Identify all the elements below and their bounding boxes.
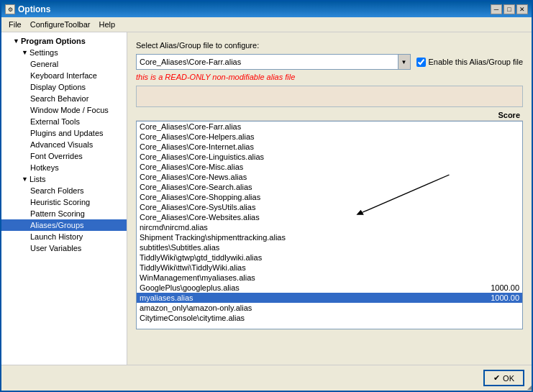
menu-configure-toolbar[interactable]: ConfigureToolbar [26, 19, 95, 30]
sidebar-item-lists[interactable]: ▼ Lists [1, 173, 127, 185]
resize-handle[interactable]: ◢ [523, 382, 532, 391]
content-area: ▼ Program Options ▼ Settings General Key… [1, 32, 532, 365]
sidebar-item-pattern-scoring[interactable]: Pattern Scoring [1, 208, 127, 219]
alias-list: Core_Aliases\Core-Farr.aliasCore_Aliases… [137, 122, 522, 323]
ok-label: OK [503, 374, 514, 383]
list-item[interactable]: myaliases.alias1000.00 [137, 293, 522, 303]
options-dialog: ⚙ Options ─ □ ✕ File ConfigureToolbar He… [0, 0, 533, 392]
expand-icon: ▼ [13, 37, 19, 45]
list-item[interactable]: TiddlyWiki\gtwp\gtd_tiddlywiki.alias [137, 252, 522, 263]
list-item[interactable]: subtitles\Subtitles.alias [137, 242, 522, 252]
close-button[interactable]: ✕ [516, 4, 528, 14]
sidebar-item-window-mode-focus[interactable]: Window Mode / Focus [1, 104, 127, 116]
minimize-button[interactable]: ─ [491, 4, 502, 14]
expand-icon-settings: ▼ [22, 49, 28, 56]
sidebar-item-display-options[interactable]: Display Options [1, 81, 127, 93]
list-item[interactable]: Core_Aliases\Core-Misc.alias [137, 162, 522, 172]
list-item[interactable]: Core_Aliases\Core-Linguistics.alias [137, 152, 522, 162]
list-item[interactable]: Core_Aliases\Core-Helpers.alias [137, 132, 522, 142]
list-item[interactable]: amazon_only\amazon-only.alias [137, 303, 522, 313]
alias-dropdown-wrapper: Core_Aliases\Core-Farr.aliasCore_Aliases… [136, 54, 411, 70]
ok-button[interactable]: ✔ OK [483, 370, 524, 386]
sidebar-item-launch-history[interactable]: Launch History [1, 231, 127, 242]
sidebar-root-program-options[interactable]: ▼ Program Options [1, 35, 127, 47]
sidebar-item-hotkeys[interactable]: Hotkeys [1, 162, 127, 173]
ok-icon: ✔ [493, 373, 500, 383]
sidebar-item-font-overrides[interactable]: Font Overrides [1, 150, 127, 162]
list-item[interactable]: Core_Aliases\Core-Shopping.alias [137, 192, 522, 202]
bottom-bar: ✔ OK [1, 365, 532, 391]
sidebar-item-aliases-groups[interactable]: Aliases/Groups [1, 219, 127, 231]
enable-checkbox-label: Enable this Alias/Group file [429, 58, 523, 66]
enable-checkbox[interactable] [416, 58, 426, 67]
menu-help[interactable]: Help [95, 19, 120, 30]
list-item[interactable]: Core_Aliases\Core-Search.alias [137, 182, 522, 192]
alias-dropdown[interactable]: Core_Aliases\Core-Farr.aliasCore_Aliases… [136, 54, 411, 70]
list-item[interactable]: CitytimeConsole\citytime.alias [137, 313, 522, 323]
list-item[interactable]: WinManagement\myaliases.alias [137, 273, 522, 283]
list-item[interactable]: Shipment Tracking\shipmenttracking.alias [137, 232, 522, 242]
readonly-notice: this is a READ-ONLY non-modifiable alias… [136, 73, 523, 81]
select-label: Select Alias/Group file to configure: [136, 41, 523, 50]
top-controls: Core_Aliases\Core-Farr.aliasCore_Aliases… [136, 54, 523, 70]
title-controls: ─ □ ✕ [491, 4, 528, 14]
list-item[interactable]: TiddlyWiki\ttwi\TiddlyWiki.alias [137, 263, 522, 273]
sidebar-item-user-variables[interactable]: User Variables [1, 242, 127, 254]
maximize-button[interactable]: □ [504, 4, 515, 14]
title-bar: ⚙ Options ─ □ ✕ [1, 1, 532, 17]
readonly-text-display [136, 86, 523, 107]
list-item[interactable]: Core_Aliases\Core-News.alias [137, 172, 522, 182]
menu-file[interactable]: File [4, 19, 26, 30]
sidebar-item-search-folders[interactable]: Search Folders [1, 185, 127, 196]
sidebar-item-heuristic-scoring[interactable]: Heuristic Scoring [1, 196, 127, 208]
sidebar-item-general[interactable]: General [1, 58, 127, 70]
sidebar-item-advanced-visuals[interactable]: Advanced Visuals [1, 139, 127, 150]
alias-list-box[interactable]: Core_Aliases\Core-Farr.aliasCore_Aliases… [136, 121, 523, 329]
list-item[interactable]: Core_Aliases\Core-SysUtils.alias [137, 202, 522, 212]
title-bar-left: ⚙ Options [5, 4, 50, 14]
score-header: Score [136, 110, 523, 121]
list-item[interactable]: Core_Aliases\Core-Farr.alias [137, 122, 522, 132]
sidebar-item-plugins-updates[interactable]: Plugins and Updates [1, 127, 127, 139]
window-icon: ⚙ [5, 4, 15, 14]
list-item[interactable]: nircmd\nircmd.alias [137, 222, 522, 232]
expand-icon-lists: ▼ [22, 176, 28, 183]
list-item[interactable]: Core_Aliases\Core-Websites.alias [137, 212, 522, 222]
sidebar-item-settings[interactable]: ▼ Settings [1, 47, 127, 58]
main-panel: Select Alias/Group file to configure: Co… [127, 32, 532, 365]
sidebar-item-keyboard-interface[interactable]: Keyboard Interface [1, 70, 127, 81]
list-item[interactable]: Core_Aliases\Core-Internet.alias [137, 142, 522, 152]
window-title: Options [18, 4, 50, 14]
list-item[interactable]: GooglePlus\googleplus.alias1000.00 [137, 283, 522, 293]
sidebar-item-external-tools[interactable]: External Tools [1, 116, 127, 127]
enable-checkbox-group: Enable this Alias/Group file [416, 58, 523, 67]
sidebar-item-search-behavior[interactable]: Search Behavior [1, 93, 127, 104]
menu-bar: File ConfigureToolbar Help [1, 17, 532, 32]
sidebar: ▼ Program Options ▼ Settings General Key… [1, 32, 127, 365]
